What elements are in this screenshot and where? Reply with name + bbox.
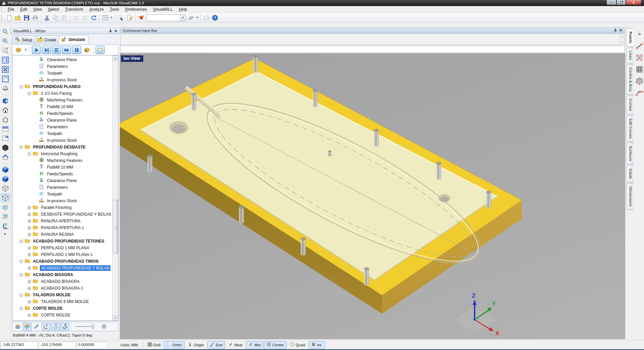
- tree-item-profundidad-planeo[interactable]: −PROFUNDIDAD PLANEO: [12, 83, 118, 90]
- point-grid-icon[interactable]: [636, 65, 643, 74]
- object-properties-icon[interactable]: [125, 13, 134, 22]
- scroll-down-icon[interactable]: ▼: [113, 315, 118, 320]
- sim-toolpath-icon[interactable]: [32, 323, 41, 331]
- collapse-icon[interactable]: −: [20, 85, 23, 88]
- points-on-line-icon[interactable]: [636, 42, 643, 51]
- simulate-by-moves-icon[interactable]: [52, 46, 61, 54]
- toolbar-overflow-icon[interactable]: ▸: [4, 232, 6, 235]
- tree-item-perfilado-1-mm-plana-1[interactable]: +PERFILADO 1 MM PLANA-1: [12, 251, 118, 258]
- tree-item-acabado-bisagra[interactable]: −ACABADO BISAGRA: [12, 271, 118, 278]
- collapse-icon[interactable]: −: [20, 294, 23, 297]
- mops-panel-titlebar[interactable]: VisualMILL - MOps ✕: [11, 28, 120, 34]
- grid-toggle-icon[interactable]: [1, 212, 10, 221]
- close-icon[interactable]: ✕: [114, 29, 117, 33]
- collapse-icon[interactable]: −: [28, 92, 31, 95]
- wireframe-cube-icon[interactable]: [1, 193, 10, 202]
- tree-item-acabado-profundidad-timon[interactable]: −ACABADO PROFUNDIDAD TIMON: [12, 258, 118, 265]
- simulation-speed-slider[interactable]: [75, 323, 96, 330]
- stock-rainbow-icon[interactable]: [82, 46, 91, 54]
- collapse-icon[interactable]: −: [28, 152, 31, 156]
- expand-icon[interactable]: +: [28, 253, 31, 256]
- box-3d-icon[interactable]: [1, 96, 10, 105]
- play-to-end-icon[interactable]: [42, 46, 51, 54]
- chevron-down-icon[interactable]: ▼: [180, 15, 185, 21]
- tree-item-in-process-stock[interactable]: In-process Stock: [12, 198, 118, 204]
- tab-surfaces[interactable]: Surfaces: [626, 142, 633, 164]
- new-file-icon[interactable]: [5, 13, 13, 22]
- tree-scrollbar[interactable]: ▲ ▼: [112, 55, 118, 320]
- close-button[interactable]: x: [626, 0, 641, 5]
- tree-item-2-1-2-axis-facing[interactable]: −2 1/2 Axis Facing: [12, 90, 118, 97]
- single-point-icon[interactable]: [636, 30, 643, 39]
- rotate-view-icon[interactable]: [1, 84, 10, 93]
- expand-icon[interactable]: +: [28, 314, 31, 317]
- menu-item-transform[interactable]: Transform: [62, 7, 86, 12]
- tree-item-clearance-plane[interactable]: Clearance Plane: [12, 117, 118, 124]
- sim-stock-icon[interactable]: [23, 323, 32, 331]
- expand-icon[interactable]: +: [28, 220, 31, 223]
- simulation-settings-gear-icon[interactable]: [100, 323, 108, 331]
- menu-item-view[interactable]: View: [30, 7, 45, 12]
- menu-item-help[interactable]: Help: [176, 7, 190, 12]
- pick-box-icon[interactable]: [116, 13, 125, 22]
- expand-icon[interactable]: +: [28, 300, 31, 303]
- scroll-up-icon[interactable]: ▲: [620, 34, 624, 39]
- tree-item-toolpath[interactable]: Toolpath: [12, 70, 118, 77]
- sim-model-icon[interactable]: [13, 323, 22, 331]
- tree-item-parameters[interactable]: Parameters: [12, 184, 118, 191]
- snap-toggle-ortho[interactable]: Ortho: [164, 341, 184, 349]
- tree-item-taladros-molde[interactable]: −TALADROS MOLDE: [12, 292, 118, 298]
- expand-icon[interactable]: +: [28, 287, 31, 290]
- render-cube-icon[interactable]: [1, 203, 10, 212]
- zoom-extents-icon[interactable]: [1, 56, 10, 64]
- menu-item-tools[interactable]: Tools: [107, 7, 122, 12]
- tab-edit-curves[interactable]: Edit Curves: [626, 115, 633, 142]
- scroll-down-icon[interactable]: ▼: [620, 40, 624, 44]
- tree-item-in-process-stock[interactable]: In-process Stock: [12, 77, 118, 83]
- help-icon[interactable]: [211, 13, 219, 22]
- tree-item-clearance-plane[interactable]: Clearance Plane: [12, 56, 118, 63]
- shaded-cube-selected-icon[interactable]: [1, 175, 10, 183]
- tree-item-profundidad-desbaste[interactable]: −PROFUNDIDAD DESBASTE: [12, 144, 118, 150]
- material-grid-icon[interactable]: [186, 13, 195, 22]
- points-on-circle-icon[interactable]: [636, 54, 643, 62]
- tree-item-ranura-apertura-1[interactable]: +RANURA APERTURA-1: [12, 224, 118, 231]
- corner-view-icon[interactable]: [1, 134, 10, 143]
- tree-item-clearance-plane[interactable]: Clearance Plane: [12, 177, 118, 184]
- expand-icon[interactable]: +: [28, 233, 31, 236]
- collapse-icon[interactable]: −: [20, 146, 23, 149]
- command-input-bar-header[interactable]: Command Input Bar ✕: [120, 28, 625, 33]
- cut-icon[interactable]: [43, 13, 51, 22]
- tree-item-feeds-speeds[interactable]: Feeds/Speeds: [12, 110, 118, 117]
- sim-tool-icon[interactable]: [51, 323, 60, 331]
- viewport-layout-icon[interactable]: [101, 13, 110, 22]
- snap-toggle-grid[interactable]: Grid: [145, 341, 163, 349]
- pause-icon[interactable]: [72, 46, 81, 54]
- snap-toggle-end[interactable]: End: [207, 341, 225, 349]
- expand-icon[interactable]: +: [28, 247, 31, 250]
- axes-toggle-icon[interactable]: [1, 222, 10, 230]
- chevron-down-icon[interactable]: ▼: [110, 13, 113, 22]
- tree-item-toolpath[interactable]: Toolpath: [12, 130, 118, 137]
- scroll-up-icon[interactable]: ▲: [113, 55, 118, 61]
- tree-item-feeds-speeds[interactable]: Feeds/Speeds: [12, 171, 118, 177]
- tree-item-ranura-apertura[interactable]: +RANURA APERTURA: [12, 218, 118, 224]
- stock-cube-icon[interactable]: [14, 46, 23, 54]
- tree-item-corte-molde[interactable]: +CORTE MOLDE: [12, 312, 118, 318]
- tree-item-flatmill-10-mm[interactable]: FlatMill 10 MM: [12, 103, 118, 110]
- tree-item-machining-features[interactable]: Machining Features: [12, 97, 118, 103]
- zoom-window-icon[interactable]: [1, 46, 10, 55]
- play-icon[interactable]: [32, 46, 41, 54]
- menu-item-file[interactable]: File: [5, 7, 17, 12]
- tree-item-desbaste-profundidad-y-bolas[interactable]: +DESBASTE PROFUNDIDAD Y BOLAS: [12, 211, 118, 218]
- tree-item-ranura-resina[interactable]: +RANURA RESINA: [12, 231, 118, 238]
- menu-item-analyze[interactable]: Analyze: [86, 7, 107, 12]
- snap-toggle-quad[interactable]: Quad: [287, 341, 308, 349]
- tree-item-parallel-finishing[interactable]: +Parallel Finishing: [12, 204, 118, 211]
- tree-item-acabado-bisagra[interactable]: +ACABADO BISAGRA: [12, 278, 118, 285]
- tab-simulate[interactable]: Simulate: [58, 35, 90, 44]
- collapse-icon[interactable]: −: [20, 273, 23, 276]
- chevron-down-icon[interactable]: ▼: [24, 46, 28, 54]
- snap-toggle-mid[interactable]: Mid: [246, 341, 263, 349]
- snap-toggle-origin[interactable]: Origin: [185, 341, 207, 349]
